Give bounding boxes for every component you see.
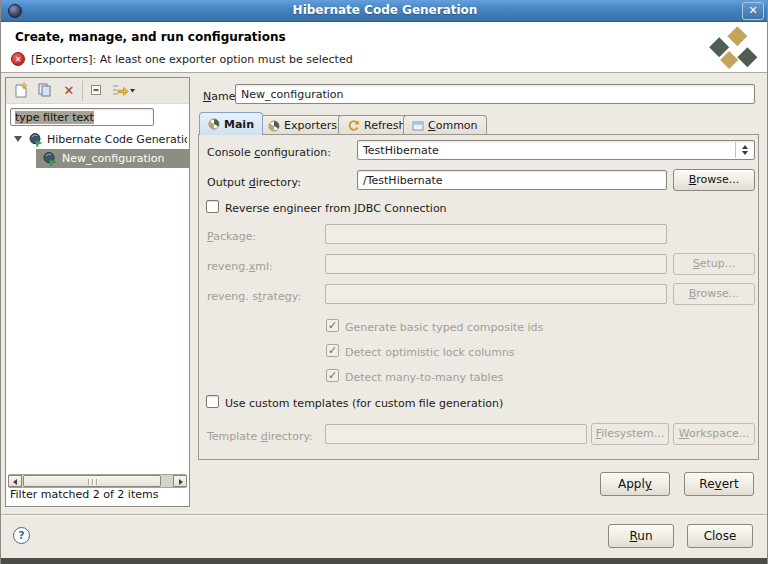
tab-label: Exporters — [284, 119, 337, 132]
toolbar-separator — [82, 81, 83, 101]
reverse-engineer-checkbox[interactable] — [206, 200, 219, 213]
name-label: Name: — [203, 90, 239, 103]
console-configuration-value: TestHibernate — [363, 144, 439, 157]
run-button[interactable]: Run — [608, 524, 674, 548]
refresh-icon — [347, 119, 360, 132]
reveng-xml-label: reveng.xml: — [207, 260, 273, 273]
apply-button[interactable]: Apply — [600, 472, 670, 496]
duplicate-configuration-button[interactable] — [36, 82, 54, 100]
use-custom-templates-checkbox[interactable] — [206, 395, 219, 408]
page-title: Create, manage, and run configurations — [15, 30, 286, 44]
window-title: Hibernate Code Generation — [1, 3, 768, 17]
browse-output-button[interactable]: Browse... — [673, 169, 755, 191]
setup-button: Setup... — [673, 253, 755, 275]
sidebar-toolbar: ✕ — [6, 78, 189, 104]
close-button[interactable]: Close — [687, 524, 753, 548]
name-input-value: New_configuration — [241, 88, 343, 101]
filter-input[interactable]: type filter text — [10, 108, 154, 126]
launch-config-type-icon — [28, 132, 43, 147]
tab-exporters[interactable]: Exporters — [259, 115, 346, 135]
dialog-hibernate-code-generation: Hibernate Code Generation ✕ Create, mana… — [0, 0, 768, 564]
template-directory-label: Template directory: — [207, 430, 313, 443]
tree-item-new-configuration[interactable]: New_configuration — [42, 149, 189, 167]
reveng-xml-input — [325, 254, 667, 274]
tab-common[interactable]: Common — [403, 115, 487, 135]
tree-item-label: Hibernate Code Generation — [47, 133, 187, 146]
template-directory-input — [325, 424, 587, 444]
tab-main[interactable]: Main — [199, 112, 263, 135]
hibernate-tab-icon — [268, 120, 280, 132]
hibernate-logo-icon — [701, 25, 761, 75]
scroll-left-button[interactable] — [8, 475, 22, 487]
detect-optimistic-lock-label: Detect optimistic lock columns — [345, 346, 515, 359]
filter-input-text: type filter text — [15, 111, 94, 124]
error-icon: ✕ — [11, 52, 25, 66]
window-tab-icon — [412, 120, 424, 132]
name-input[interactable]: New_configuration — [235, 84, 755, 104]
workspace-button: Workspace... — [673, 423, 755, 445]
tab-label: Main — [224, 118, 254, 131]
tree-expander-icon[interactable] — [14, 136, 22, 142]
filter-menu-button[interactable] — [110, 82, 136, 100]
collapse-all-button[interactable] — [88, 82, 106, 100]
scrollbar-thumb[interactable] — [23, 475, 161, 487]
hibernate-tab-icon — [208, 118, 220, 130]
tab-label: Common — [428, 119, 478, 132]
console-configuration-combo[interactable]: TestHibernate — [357, 140, 755, 160]
reverse-engineer-label: Reverse engineer from JDBC Connection — [225, 202, 447, 215]
launch-config-icon — [42, 151, 57, 166]
filesystem-button: Filesystem... — [591, 423, 669, 445]
tab-label: Refresh — [364, 119, 406, 132]
delete-configuration-button[interactable]: ✕ — [60, 82, 78, 100]
use-custom-templates-label: Use custom templates (for custom file ge… — [225, 397, 503, 410]
output-directory-input[interactable]: /TestHibernate — [357, 170, 667, 190]
new-configuration-button[interactable] — [12, 82, 30, 100]
generate-composite-ids-label: Generate basic typed composite ids — [345, 321, 543, 334]
tree-item-label: New_configuration — [62, 152, 164, 165]
console-configuration-label: Console configuration: — [207, 146, 331, 159]
package-input — [325, 224, 667, 244]
detect-optimistic-lock-checkbox: ✓ — [326, 344, 339, 357]
titlebar[interactable]: Hibernate Code Generation ✕ — [1, 0, 768, 22]
window-close-button[interactable]: ✕ — [742, 2, 764, 20]
reveng-strategy-label: reveng. strategy: — [207, 290, 301, 303]
error-message: [Exporters]: At least one exporter optio… — [31, 53, 353, 66]
sidebar-horizontal-scrollbar[interactable] — [8, 474, 187, 488]
reveng-strategy-input — [325, 284, 667, 304]
browse-strategy-button: Browse... — [673, 283, 755, 305]
output-directory-label: Output directory: — [207, 176, 301, 189]
dialog-header: Create, manage, and run configurations ✕… — [1, 22, 768, 73]
detect-many-to-many-checkbox: ✓ — [326, 369, 339, 382]
output-directory-value: /TestHibernate — [363, 174, 443, 187]
package-label: Package: — [207, 230, 256, 243]
generate-composite-ids-checkbox: ✓ — [326, 319, 339, 332]
combo-spinner-icon[interactable] — [735, 142, 753, 158]
window-bottom-border — [1, 558, 768, 564]
configurations-sidebar: ✕ type filter text — [5, 77, 190, 507]
tree-item-hibernate-code-generation[interactable]: Hibernate Code Generation — [14, 130, 187, 148]
scroll-right-button[interactable] — [173, 475, 187, 487]
help-button[interactable]: ? — [13, 527, 30, 544]
detect-many-to-many-label: Detect many-to-many tables — [345, 371, 503, 384]
footer-separator — [1, 514, 768, 516]
revert-button[interactable]: Revert — [684, 472, 754, 496]
filter-match-status: Filter matched 2 of 2 items — [10, 488, 158, 501]
